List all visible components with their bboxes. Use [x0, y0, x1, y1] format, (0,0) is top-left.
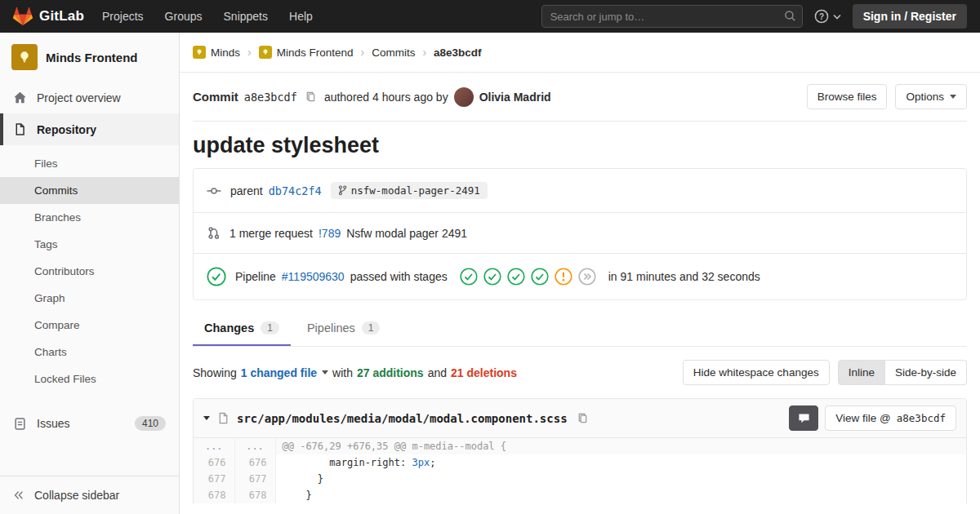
- breadcrumb-project-label: Minds Frontend: [277, 47, 354, 59]
- search-input[interactable]: [541, 5, 803, 28]
- file-icon: [217, 412, 229, 424]
- sidebar-subitem-graph[interactable]: Graph: [0, 285, 179, 312]
- authored-text: authored 4 hours ago by: [324, 91, 448, 104]
- view-file-sha: a8e3bcdf: [897, 412, 946, 424]
- collapse-diff-caret-icon[interactable]: [203, 416, 210, 420]
- sidebar-subitem-locked-files[interactable]: Locked Files: [0, 366, 179, 392]
- author-name[interactable]: Olivia Madrid: [479, 91, 551, 104]
- project-header[interactable]: Minds Frontend: [0, 33, 179, 82]
- tab-changes[interactable]: Changes 1: [193, 312, 291, 346]
- issues-icon: [13, 417, 27, 431]
- group-avatar: [193, 46, 206, 59]
- author-avatar[interactable]: [454, 87, 474, 107]
- diff-table: ... ... @@ -676,29 +676,35 @@ m-media--m…: [194, 438, 966, 503]
- sidebar-subitem-contributors[interactable]: Contributors: [0, 258, 179, 285]
- diff-view-toggle: Inline Side-by-side: [838, 360, 967, 385]
- gitlab-logo[interactable]: GitLab: [13, 7, 84, 26]
- stage-success-icon[interactable]: [460, 268, 478, 286]
- side-by-side-view-button[interactable]: Side-by-side: [885, 360, 967, 385]
- merge-request-row: 1 merge request !789 Nsfw modal pager 24…: [194, 212, 966, 253]
- chevron-down-icon: [950, 95, 956, 99]
- pipeline-id-link[interactable]: #119509630: [282, 270, 345, 283]
- main-nav: Projects Groups Snippets Help: [102, 10, 313, 23]
- breadcrumb-commits[interactable]: Commits: [372, 47, 415, 59]
- hide-whitespace-button[interactable]: Hide whitespace changes: [683, 360, 830, 385]
- svg-text:?: ?: [819, 12, 824, 21]
- stage-success-icon[interactable]: [531, 268, 549, 286]
- file-path[interactable]: src/app/modules/media/modal/modal.compon…: [237, 412, 568, 425]
- nav-groups[interactable]: Groups: [165, 10, 203, 23]
- brand-text: GitLab: [39, 8, 84, 24]
- stage-skipped-icon[interactable]: [578, 268, 596, 286]
- diff-hunk-row: ... ... @@ -676,29 +676,35 @@ m-media--m…: [194, 438, 966, 454]
- diff-summary-bar: Showing 1 changed file with 27 additions…: [193, 347, 967, 398]
- merge-request-ref-link[interactable]: !789: [318, 227, 341, 240]
- stage-success-icon[interactable]: [483, 268, 501, 286]
- copy-file-path-button[interactable]: [577, 412, 589, 424]
- breadcrumb-project[interactable]: Minds Frontend: [259, 46, 354, 59]
- old-line-number[interactable]: 678: [194, 487, 234, 503]
- home-icon: [13, 91, 27, 104]
- tab-changes-count: 1: [261, 321, 279, 335]
- collapse-sidebar-button[interactable]: Collapse sidebar: [0, 476, 179, 514]
- toggle-comments-button[interactable]: [789, 405, 818, 431]
- breadcrumb-group[interactable]: Minds: [193, 46, 240, 59]
- new-line-number[interactable]: 678: [234, 487, 275, 503]
- code-text: }: [283, 473, 324, 485]
- nav-help[interactable]: Help: [289, 10, 313, 23]
- deletions-count: 21 deletions: [451, 366, 517, 379]
- old-line-number[interactable]: 676: [194, 454, 234, 471]
- sidebar-subitem-files[interactable]: Files: [0, 150, 179, 177]
- tab-changes-label: Changes: [204, 321, 254, 335]
- diff-line-code: margin-right: 3px;: [275, 454, 966, 471]
- issues-count-badge: 410: [135, 416, 166, 431]
- top-navbar: GitLab Projects Groups Snippets Help ?: [0, 0, 980, 33]
- stage-success-icon[interactable]: [507, 268, 525, 286]
- pipeline-status-icon[interactable]: [207, 267, 226, 286]
- search-icon[interactable]: [784, 10, 796, 24]
- view-file-label: View file @: [835, 412, 890, 424]
- inline-view-button[interactable]: Inline: [838, 360, 885, 385]
- stage-warning-icon[interactable]: [555, 268, 572, 286]
- nav-projects[interactable]: Projects: [102, 10, 144, 23]
- sidebar-subitem-branches[interactable]: Branches: [0, 204, 179, 231]
- diff-file-header: src/app/modules/media/modal/modal.compon…: [194, 399, 966, 438]
- sidebar-subitem-charts[interactable]: Charts: [0, 339, 179, 366]
- nav-snippets[interactable]: Snippets: [224, 10, 268, 23]
- code-text: }: [283, 490, 312, 501]
- repository-icon: [13, 122, 27, 136]
- commit-info-box: parent db74c2f4 nsfw-modal-pager-2491: [193, 168, 967, 300]
- sidebar-item-label: Issues: [37, 417, 69, 430]
- comment-icon: [798, 413, 810, 424]
- pipeline-row: Pipeline #119509630 passed with stages: [194, 253, 966, 299]
- copy-sha-button[interactable]: [305, 91, 317, 103]
- breadcrumb: Minds › Minds Frontend › Commits › a8e3b…: [180, 33, 980, 73]
- browse-files-button[interactable]: Browse files: [807, 84, 888, 109]
- sidebar-subitem-tags[interactable]: Tags: [0, 231, 179, 258]
- commit-meta-row: Commit a8e3bcdf authored 4 hours ago by …: [193, 73, 967, 122]
- sidebar-subitem-compare[interactable]: Compare: [0, 312, 179, 339]
- sidebar-item-label: Repository: [37, 123, 96, 136]
- commit-title: update stylesheet: [193, 133, 967, 158]
- old-line-number[interactable]: 677: [194, 471, 234, 487]
- new-line-number[interactable]: 677: [234, 471, 275, 487]
- breadcrumb-current: a8e3bcdf: [434, 47, 482, 59]
- sidebar-item-project-overview[interactable]: Project overview: [0, 82, 179, 113]
- sidebar-item-repository[interactable]: Repository: [0, 113, 179, 145]
- new-line-number[interactable]: 676: [234, 454, 275, 471]
- help-menu[interactable]: ?: [814, 9, 841, 24]
- view-file-button[interactable]: View file @ a8e3bcdf: [825, 405, 956, 431]
- parent-sha-link[interactable]: db74c2f4: [269, 184, 322, 197]
- sidebar-item-issues[interactable]: Issues 410: [0, 407, 179, 440]
- diff-line-row: 676 676 margin-right: 3px;: [194, 454, 966, 471]
- tab-pipelines[interactable]: Pipelines 1: [296, 312, 392, 346]
- branch-ref-pill[interactable]: nsfw-modal-pager-2491: [331, 182, 488, 199]
- tab-bar: Changes 1 Pipelines 1: [193, 312, 967, 347]
- sign-in-button[interactable]: Sign in / Register: [853, 4, 967, 29]
- changed-files-label: 1 changed file: [241, 366, 317, 379]
- options-dropdown-button[interactable]: Options: [895, 84, 967, 109]
- sidebar-subitem-commits[interactable]: Commits: [0, 177, 179, 204]
- chevron-down-icon: [322, 370, 328, 374]
- changed-files-dropdown[interactable]: 1 changed file: [241, 366, 328, 379]
- commit-label: Commit: [193, 90, 238, 104]
